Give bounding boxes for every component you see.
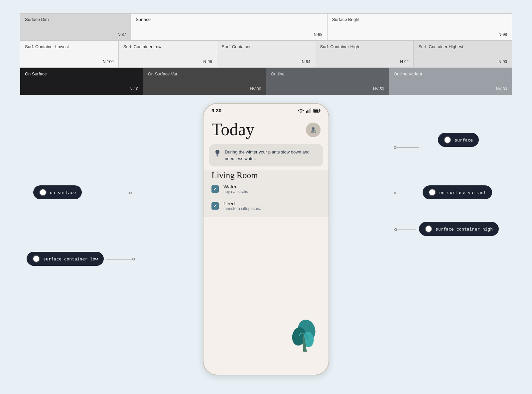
surface-dim-label: Surface Dim xyxy=(25,17,126,22)
svg-rect-6 xyxy=(320,110,321,111)
connector-line-on-surface-variant xyxy=(396,193,419,193)
tip-bulb-icon xyxy=(214,149,221,159)
task-sub-feed: monstera siltepecana xyxy=(223,206,261,211)
task-checkbox-feed[interactable] xyxy=(211,202,219,210)
cell-surface: Surface N-98 xyxy=(131,14,327,40)
annotation-surface-container-low-label: surface container low xyxy=(43,256,98,261)
color-row-on-surface: On Surface N-10 On Surface Var. NV-30 Ou… xyxy=(20,68,512,95)
annotation-dot-surface-container-low xyxy=(33,255,40,262)
surface-bright-label: Surface Bright xyxy=(332,17,507,22)
cell-outline-var: Outline Variant NV-80 xyxy=(389,68,512,95)
outline-var-value: NV-80 xyxy=(496,87,507,91)
outline-var-label: Outline Variant xyxy=(394,71,507,76)
surface-value: N-98 xyxy=(314,32,323,37)
phone-main-title: Today xyxy=(211,120,254,139)
task-item-water: Water hoya australis xyxy=(203,180,329,197)
surface-label: Surface xyxy=(136,17,151,22)
color-row-containers: Surf. Container Lowest N-100 Surf. Conta… xyxy=(20,41,512,68)
connector-dot-surface-container-high xyxy=(394,228,397,231)
cell-on-surface: On Surface N-10 xyxy=(20,68,143,95)
connector-dot-on-surface xyxy=(129,192,132,194)
outline-label: Outline xyxy=(271,71,384,76)
svg-rect-3 xyxy=(309,109,310,113)
on-surface-value: N-10 xyxy=(130,87,138,91)
svg-rect-11 xyxy=(217,155,218,156)
svg-rect-2 xyxy=(308,110,309,113)
tip-text: During the winter your plants slow down … xyxy=(225,149,318,162)
cell-on-surface-var: On Surface Var. NV-30 xyxy=(143,68,266,95)
wifi-icon xyxy=(298,108,304,113)
annotation-dot-surface-container-high xyxy=(425,225,432,233)
surf-lowest-label: Surf. Container Lowest xyxy=(25,44,114,49)
phone-frame: 9:30 xyxy=(203,103,329,375)
annotation-dot-surface xyxy=(444,136,451,144)
annotation-dot-on-surface xyxy=(39,189,47,196)
surf-container-value: N-94 xyxy=(302,59,310,64)
cell-surf-lowest: Surf. Container Lowest N-100 xyxy=(20,41,119,67)
color-row-surfaces: Surface Dim N-87 Surface N-98 Surface Br… xyxy=(20,13,512,41)
battery-icon xyxy=(313,109,321,113)
surf-container-highest-label: Surf. Container Highest xyxy=(418,44,507,49)
annotation-surface-container-low: surface container low xyxy=(27,252,104,266)
cell-surf-container-highest: Surf. Container Highest N-90 xyxy=(414,41,512,67)
task-name-water: Water xyxy=(223,184,248,189)
svg-rect-10 xyxy=(216,154,218,155)
section-container: Living Room Water hoya australis Feed mo… xyxy=(203,170,329,217)
surface-bright-value: N-98 xyxy=(498,32,507,37)
phone-status-icons xyxy=(298,108,321,113)
phone-time: 9:30 xyxy=(211,108,221,113)
section-title: Living Room xyxy=(203,165,266,183)
avatar[interactable] xyxy=(306,123,321,137)
annotation-on-surface-variant-label: on-surface variant xyxy=(439,190,486,195)
cell-outline: Outline NV-50 xyxy=(266,68,389,95)
svg-point-8 xyxy=(312,127,315,130)
phone-mockup: 9:30 xyxy=(203,103,329,375)
cell-surf-container: Surf. Container N-94 xyxy=(217,41,316,67)
avatar-icon xyxy=(309,126,317,134)
cell-surface-bright: Surface Bright N-98 xyxy=(328,14,512,40)
annotation-surface-label: surface xyxy=(455,138,473,143)
connector-line-surface xyxy=(396,148,419,148)
connector-dot-on-surface-variant xyxy=(394,192,396,194)
annotation-on-surface: on-surface xyxy=(33,185,82,199)
outline-value: NV-50 xyxy=(373,87,384,91)
surface-dim-value: N-87 xyxy=(117,32,126,37)
color-table: Surface Dim N-87 Surface N-98 Surface Br… xyxy=(20,13,512,95)
plant-illustration xyxy=(289,315,319,355)
annotation-on-surface-label: on-surface xyxy=(50,190,76,195)
lightbulb-icon xyxy=(214,149,221,157)
annotation-dot-on-surface-variant xyxy=(429,189,436,196)
surf-lowest-value: N-100 xyxy=(103,59,114,64)
phone-status-bar: 9:30 xyxy=(203,104,329,116)
connector-line-on-surface xyxy=(103,193,130,193)
connector-line-surface-container-low xyxy=(106,259,133,259)
cell-surf-container-low: Surf. Container Low N-96 xyxy=(119,41,217,67)
connector-dot-surface-container-low xyxy=(132,258,135,260)
signal-icon xyxy=(306,108,311,113)
phone-header: Today xyxy=(203,116,329,142)
cell-surface-dim: Surface Dim N-87 xyxy=(20,14,131,40)
surf-container-high-label: Surf. Container High xyxy=(320,44,409,49)
svg-rect-7 xyxy=(314,109,319,112)
task-text-feed: Feed monstera siltepecana xyxy=(223,201,261,211)
task-sub-water: hoya australis xyxy=(223,189,248,194)
annotation-surface: surface xyxy=(438,133,479,147)
on-surface-label: On Surface xyxy=(25,71,138,76)
task-item-feed: Feed monstera siltepecana xyxy=(203,197,329,214)
task-name-feed: Feed xyxy=(223,201,261,206)
annotation-surface-container-high-label: surface container high xyxy=(436,227,493,232)
connector-dot-surface xyxy=(394,146,396,149)
svg-rect-1 xyxy=(306,111,307,113)
on-surface-var-label: On Surface Var. xyxy=(148,71,261,76)
connector-line-surface-container-high xyxy=(396,230,416,230)
surf-container-highest-value: N-90 xyxy=(498,59,507,64)
annotation-surface-container-high: surface container high xyxy=(419,222,499,236)
surf-container-label: Surf. Container xyxy=(222,44,311,49)
tip-card: During the winter your plants slow down … xyxy=(209,144,323,166)
svg-point-0 xyxy=(301,112,302,113)
surf-container-low-label: Surf. Container Low xyxy=(123,44,212,49)
surf-container-high-value: N-92 xyxy=(400,59,409,64)
task-text-water: Water hoya australis xyxy=(223,184,248,194)
task-checkbox-water[interactable] xyxy=(211,185,219,193)
on-surface-var-value: NV-30 xyxy=(250,87,261,91)
